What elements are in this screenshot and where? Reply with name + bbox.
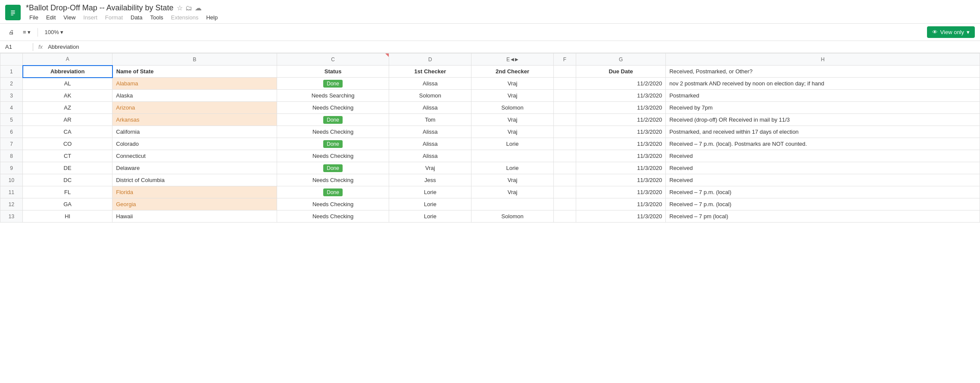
cell-abbr-3[interactable]: AR: [23, 114, 112, 126]
cell-due-2[interactable]: 11/3/2020: [576, 102, 666, 114]
cell-due-6[interactable]: 11/3/2020: [576, 150, 666, 162]
cell-status-11[interactable]: Needs Checking: [277, 210, 389, 223]
cell-checker1-0[interactable]: Alissa: [389, 78, 471, 90]
header-1st-checker[interactable]: 1st Checker: [389, 66, 471, 78]
cell-due-5[interactable]: 11/3/2020: [576, 138, 666, 150]
cell-checker1-10[interactable]: Lorie: [389, 198, 471, 210]
cell-checker2-4[interactable]: Vraj: [471, 126, 554, 138]
cell-checker1-4[interactable]: Alissa: [389, 126, 471, 138]
cloud-icon[interactable]: ☁: [195, 4, 202, 12]
col-header-g[interactable]: G: [576, 53, 666, 66]
col-header-b[interactable]: B: [112, 53, 277, 66]
cell-state-10[interactable]: Georgia: [112, 198, 277, 210]
print-button[interactable]: 🖨: [5, 27, 18, 37]
header-due-date[interactable]: Due Date: [576, 66, 666, 78]
cell-status-0[interactable]: Done: [277, 78, 389, 90]
cell-abbr-0[interactable]: AL: [23, 78, 112, 90]
col-e-right-arrow[interactable]: ▶: [515, 57, 518, 62]
cell-status-1[interactable]: Needs Searching: [277, 90, 389, 102]
cell-status-9[interactable]: Done: [277, 186, 389, 198]
cell-abbr-10[interactable]: GA: [23, 198, 112, 210]
cell-state-8[interactable]: District of Columbia: [112, 174, 277, 186]
cell-abbr-9[interactable]: FL: [23, 186, 112, 198]
header-name-of-state[interactable]: Name of State: [112, 66, 277, 78]
cell-status-8[interactable]: Needs Checking: [277, 174, 389, 186]
cell-state-2[interactable]: Arizona: [112, 102, 277, 114]
cell-status-6[interactable]: Needs Checking: [277, 150, 389, 162]
cell-notes-9[interactable]: Received – 7 p.m. (local): [666, 186, 980, 198]
menu-edit[interactable]: Edit: [43, 13, 59, 22]
cell-checker2-10[interactable]: [471, 198, 554, 210]
cell-abbr-5[interactable]: CO: [23, 138, 112, 150]
cell-due-4[interactable]: 11/3/2020: [576, 126, 666, 138]
header-2nd-checker[interactable]: 2nd Checker: [471, 66, 554, 78]
cell-due-9[interactable]: 11/3/2020: [576, 186, 666, 198]
cell-checker1-2[interactable]: Alissa: [389, 102, 471, 114]
cell-checker1-7[interactable]: Vraj: [389, 162, 471, 174]
cell-checker1-9[interactable]: Lorie: [389, 186, 471, 198]
menu-view[interactable]: View: [60, 13, 79, 22]
cell-abbr-8[interactable]: DC: [23, 174, 112, 186]
cell-state-1[interactable]: Alaska: [112, 90, 277, 102]
cell-notes-11[interactable]: Received – 7 pm (local): [666, 210, 980, 223]
cell-status-10[interactable]: Needs Checking: [277, 198, 389, 210]
formula-input[interactable]: [48, 44, 977, 50]
cell-checker2-0[interactable]: Vraj: [471, 78, 554, 90]
cell-due-3[interactable]: 11/2/2020: [576, 114, 666, 126]
menu-tools[interactable]: Tools: [147, 13, 166, 22]
cell-state-6[interactable]: Connecticut: [112, 150, 277, 162]
cell-state-5[interactable]: Colorado: [112, 138, 277, 150]
cell-checker2-8[interactable]: Vraj: [471, 174, 554, 186]
cell-checker2-5[interactable]: Lorie: [471, 138, 554, 150]
cell-notes-4[interactable]: Postmarked, and received within 17 days …: [666, 126, 980, 138]
cell-state-3[interactable]: Arkansas: [112, 114, 277, 126]
cell-notes-8[interactable]: Received: [666, 174, 980, 186]
cell-checker1-8[interactable]: Jess: [389, 174, 471, 186]
cell-checker2-6[interactable]: [471, 150, 554, 162]
cell-state-7[interactable]: Delaware: [112, 162, 277, 174]
col-e-left-arrow[interactable]: ◀: [511, 57, 514, 62]
cell-notes-0[interactable]: nov 2 postmark AND received by noon on e…: [666, 78, 980, 90]
cell-checker2-9[interactable]: Vraj: [471, 186, 554, 198]
cell-checker2-11[interactable]: Solomon: [471, 210, 554, 223]
cell-status-3[interactable]: Done: [277, 114, 389, 126]
cell-notes-1[interactable]: Postmarked: [666, 90, 980, 102]
col-header-f[interactable]: F: [553, 53, 576, 66]
cell-checker1-3[interactable]: Tom: [389, 114, 471, 126]
cell-abbr-7[interactable]: DE: [23, 162, 112, 174]
cell-due-8[interactable]: 11/3/2020: [576, 174, 666, 186]
filter-button[interactable]: ≡ ▾: [19, 27, 34, 37]
cell-abbr-1[interactable]: AK: [23, 90, 112, 102]
cell-state-9[interactable]: Florida: [112, 186, 277, 198]
cell-due-7[interactable]: 11/3/2020: [576, 162, 666, 174]
star-icon[interactable]: ☆: [177, 4, 183, 12]
cell-status-4[interactable]: Needs Checking: [277, 126, 389, 138]
layers-icon[interactable]: 🗂: [185, 4, 192, 12]
header-abbreviation[interactable]: Abbreviation: [23, 66, 112, 78]
cell-checker1-5[interactable]: Alissa: [389, 138, 471, 150]
cell-notes-6[interactable]: Received: [666, 150, 980, 162]
cell-checker1-6[interactable]: Alissa: [389, 150, 471, 162]
cell-due-11[interactable]: 11/3/2020: [576, 210, 666, 223]
cell-notes-5[interactable]: Received – 7 p.m. (local). Postmarks are…: [666, 138, 980, 150]
menu-file[interactable]: File: [26, 13, 42, 22]
cell-checker1-11[interactable]: Lorie: [389, 210, 471, 223]
zoom-button[interactable]: 100% ▾: [41, 27, 67, 37]
cell-reference-input[interactable]: [3, 43, 29, 51]
cell-checker2-1[interactable]: Vraj: [471, 90, 554, 102]
cell-notes-3[interactable]: Received (drop-off) OR Received in mail …: [666, 114, 980, 126]
cell-checker1-1[interactable]: Solomon: [389, 90, 471, 102]
cell-status-2[interactable]: Needs Checking: [277, 102, 389, 114]
menu-data[interactable]: Data: [127, 13, 146, 22]
cell-checker2-3[interactable]: Vraj: [471, 114, 554, 126]
cell-state-4[interactable]: California: [112, 126, 277, 138]
cell-state-0[interactable]: Alabama: [112, 78, 277, 90]
col-header-h[interactable]: H: [666, 53, 980, 66]
cell-status-7[interactable]: Done: [277, 162, 389, 174]
cell-due-0[interactable]: 11/2/2020: [576, 78, 666, 90]
col-header-e[interactable]: E ◀ ▶: [471, 53, 554, 66]
col-header-d[interactable]: D: [389, 53, 471, 66]
header-status[interactable]: Status: [277, 66, 389, 78]
menu-help[interactable]: Help: [203, 13, 221, 22]
view-only-button[interactable]: 👁 View only ▾: [927, 26, 975, 38]
